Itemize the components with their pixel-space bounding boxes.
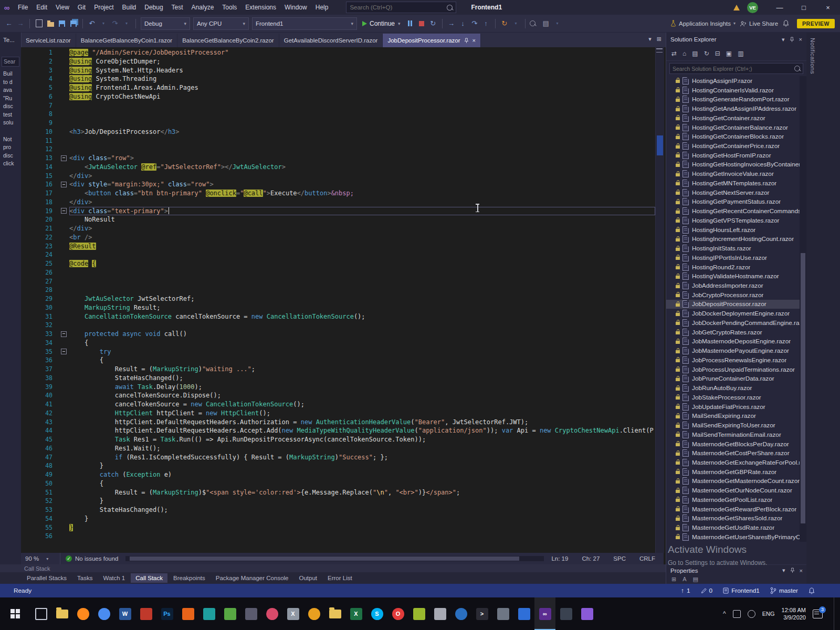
solution-item[interactable]: HostingGetContainer.razor bbox=[666, 113, 800, 123]
menu-item-git[interactable]: Git bbox=[74, 0, 90, 15]
notifications-tab[interactable]: Notifications bbox=[810, 38, 816, 74]
code-line[interactable]: 9 bbox=[21, 119, 655, 128]
code-line[interactable]: 13<div class="row"> bbox=[21, 154, 655, 163]
solution-item[interactable]: JobDepositProcessor.razor bbox=[666, 300, 800, 309]
bottom-tab-call-stack[interactable]: Call Stack bbox=[131, 573, 167, 583]
editor-split-handle[interactable] bbox=[656, 48, 663, 52]
solution-item[interactable]: MasternodeGetUsdRate.razor bbox=[666, 523, 800, 532]
bottom-tab-package-manager-console[interactable]: Package Manager Console bbox=[211, 573, 293, 583]
code-line[interactable]: 55} bbox=[21, 523, 655, 532]
menu-item-window[interactable]: Window bbox=[280, 0, 311, 15]
show-desktop-button[interactable] bbox=[834, 597, 837, 630]
code-line[interactable]: 52 } bbox=[21, 497, 655, 506]
code-line[interactable]: 44 httpClient.DefaultRequestHeaders.Acce… bbox=[21, 426, 655, 435]
code-line[interactable]: 35 try bbox=[21, 348, 655, 356]
home-icon[interactable]: ⌂ bbox=[682, 50, 686, 57]
menu-item-project[interactable]: Project bbox=[90, 0, 118, 15]
pin-icon[interactable] bbox=[464, 38, 469, 44]
bottom-tab-breakpoints[interactable]: Breakpoints bbox=[169, 573, 210, 583]
show-all-files-icon[interactable]: ▣ bbox=[726, 50, 732, 57]
alphabetical-icon[interactable]: A bbox=[682, 576, 686, 584]
new-file-icon[interactable] bbox=[34, 18, 44, 29]
solution-item[interactable]: HostingIncrementHostingCount.razor bbox=[666, 234, 800, 244]
solution-item[interactable]: HostingGetRecentContainerCommands.razor bbox=[666, 206, 800, 216]
code-line[interactable]: 32 bbox=[21, 321, 655, 330]
issues-label[interactable]: No issues found bbox=[75, 555, 118, 562]
solution-scrollbar[interactable] bbox=[800, 76, 806, 542]
code-line[interactable]: 37 Result = (MarkupString)"waiting ..."; bbox=[21, 365, 655, 374]
editor-vertical-scrollbar[interactable] bbox=[655, 47, 664, 553]
solution-item[interactable]: JobStakeProcessor.razor bbox=[666, 393, 800, 402]
step-into-icon[interactable]: ↓ bbox=[458, 18, 468, 29]
bottom-tab-tasks[interactable]: Tasks bbox=[72, 573, 97, 583]
fold-collapse-icon[interactable] bbox=[61, 349, 67, 354]
tab-servicelist-razor[interactable]: ServiceList.razor bbox=[21, 34, 76, 47]
window-menu-icon[interactable]: ▾ bbox=[782, 36, 785, 43]
code-line[interactable]: 28 bbox=[21, 286, 655, 295]
zoom-combo[interactable]: 90 % ▾ bbox=[21, 553, 60, 564]
tab-getavailablediscordserverid-razor[interactable]: GetAvailableDiscordServerID.razor bbox=[279, 34, 383, 47]
feedback-icon[interactable] bbox=[781, 18, 791, 29]
code-line[interactable]: 23@Result bbox=[21, 242, 655, 251]
solution-item[interactable]: MasternodeGetSharesSold.razor bbox=[666, 514, 800, 523]
solution-item[interactable]: HostingGetHostingInvoicesByContainer.raz… bbox=[666, 160, 800, 170]
pin-icon[interactable] bbox=[790, 37, 794, 43]
taskbar-app-amber[interactable] bbox=[303, 597, 324, 630]
menu-item-extensions[interactable]: Extensions bbox=[241, 0, 280, 15]
show-hidden-icons-chevron[interactable]: ^ bbox=[723, 610, 726, 617]
quick-search-input[interactable] bbox=[346, 4, 447, 10]
code-line[interactable]: 19<div class="text-primary"> bbox=[21, 207, 655, 216]
taskbar-word[interactable]: W bbox=[114, 597, 135, 630]
git-outgoing-commits[interactable]: ↑ 1 bbox=[681, 587, 690, 594]
application-insights-button[interactable]: Application Insights ▾ bbox=[670, 20, 736, 27]
solution-item[interactable]: HostingContainerIsValid.razor bbox=[666, 86, 800, 95]
solution-item[interactable]: JobCryptoProcessor.razor bbox=[666, 290, 800, 300]
taskbar-monitor[interactable] bbox=[555, 597, 576, 630]
code-line[interactable]: 12 bbox=[21, 145, 655, 154]
document-outline-icon[interactable]: ▤ bbox=[541, 18, 551, 29]
fold-collapse-icon[interactable] bbox=[61, 155, 67, 161]
code-line[interactable]: 33 protected async void call() bbox=[21, 330, 655, 339]
properties-titlebar[interactable]: Properties ▾ × bbox=[666, 564, 807, 576]
hot-reload-icon[interactable]: ↻ bbox=[499, 18, 510, 29]
solution-item[interactable]: HostingGetNextServer.razor bbox=[666, 188, 800, 197]
restart-icon[interactable]: ↻ bbox=[428, 18, 438, 29]
code-line[interactable]: 18</div> bbox=[21, 198, 655, 207]
column-indicator[interactable]: Ch: 27 bbox=[582, 555, 600, 562]
tray-icon[interactable] bbox=[748, 610, 755, 618]
menu-item-debug[interactable]: Debug bbox=[140, 0, 167, 15]
test-explorer-collapsed-panel[interactable]: Te... Sear Builto dava"Rudisctestsolu No… bbox=[0, 33, 22, 572]
pin-icon[interactable] bbox=[790, 568, 795, 573]
maximize-button[interactable]: □ bbox=[792, 0, 816, 15]
code-line[interactable]: 56 bbox=[21, 532, 655, 541]
solution-item[interactable]: HostingGetVPSTemplates.razor bbox=[666, 216, 800, 225]
solution-item[interactable]: MasternodeGetOurNodeCount.razor bbox=[666, 486, 800, 495]
taskbar-chrome[interactable] bbox=[93, 597, 114, 630]
close-icon[interactable]: × bbox=[800, 568, 803, 574]
scrollbar-thumb[interactable] bbox=[657, 135, 663, 155]
code-line[interactable]: 40 cancelTokenSource.Dispose(); bbox=[21, 391, 655, 400]
solution-item[interactable]: JobProcessRenewalsEngine.razor bbox=[666, 355, 800, 365]
close-icon[interactable]: × bbox=[799, 36, 802, 43]
menu-item-analyze[interactable]: Analyze bbox=[187, 0, 218, 15]
tab-balancegetbalancebycoin2-razor[interactable]: BalanceGetBalanceByCoin2.razor bbox=[177, 34, 279, 47]
window-menu-icon[interactable]: ▾ bbox=[782, 567, 785, 574]
taskbar-skype[interactable]: S bbox=[366, 597, 387, 630]
code-editor[interactable]: 1@page "/Admin/Service/JobDepositProcess… bbox=[21, 47, 655, 554]
solution-item[interactable]: HostingGetInvoiceValue.razor bbox=[666, 169, 800, 178]
save-all-icon[interactable] bbox=[68, 18, 79, 29]
menu-item-edit[interactable]: Edit bbox=[32, 0, 51, 15]
tray-icon[interactable] bbox=[733, 610, 741, 618]
solution-item[interactable]: JobPruneContainerData.razor bbox=[666, 374, 800, 384]
solution-item[interactable]: HostingGetHostFromIP.razor bbox=[666, 151, 800, 160]
code-line[interactable]: 17 <button class="btn btn-primary" @oncl… bbox=[21, 189, 655, 198]
fold-collapse-icon[interactable] bbox=[61, 182, 67, 187]
property-pages-icon[interactable]: ▤ bbox=[693, 576, 698, 584]
code-line[interactable]: 41 cancelTokenSource = new CancellationT… bbox=[21, 400, 655, 409]
user-avatar[interactable]: VE bbox=[747, 2, 758, 13]
solution-item[interactable]: JobRunAutoBuy.razor bbox=[666, 383, 800, 393]
code-line[interactable]: 53 StateHasChanged(); bbox=[21, 506, 655, 514]
code-line[interactable]: 50 { bbox=[21, 479, 655, 488]
code-line[interactable]: 22<br /> bbox=[21, 233, 655, 242]
callstack-window-title[interactable]: Call Stack bbox=[0, 564, 666, 572]
